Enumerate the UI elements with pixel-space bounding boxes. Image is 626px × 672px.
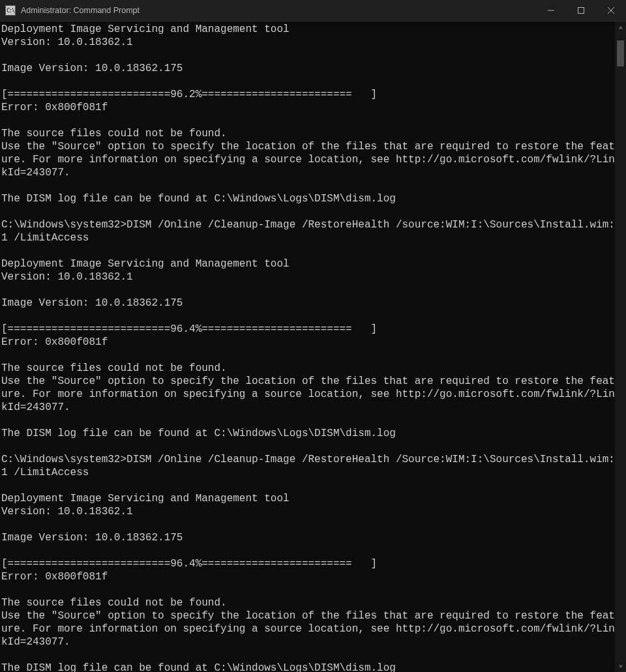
titlebar[interactable]: C:\ Administrator: Command Prompt xyxy=(0,0,626,22)
scrollbar-track[interactable] xyxy=(615,33,626,661)
scroll-down-button[interactable] xyxy=(615,661,626,672)
minimize-button[interactable] xyxy=(536,0,566,21)
minimize-icon xyxy=(548,7,554,14)
terminal-output[interactable]: Deployment Image Servicing and Managemen… xyxy=(0,22,615,672)
close-icon xyxy=(608,7,614,14)
close-button[interactable] xyxy=(596,0,626,21)
client-area: Deployment Image Servicing and Managemen… xyxy=(0,22,626,672)
svg-marker-4 xyxy=(618,25,622,29)
vertical-scrollbar[interactable] xyxy=(615,22,626,672)
svg-marker-5 xyxy=(618,665,622,668)
scroll-up-button[interactable] xyxy=(615,22,626,33)
maximize-button[interactable] xyxy=(566,0,596,21)
svg-rect-1 xyxy=(578,8,584,14)
command-prompt-window: C:\ Administrator: Command Prompt Deploy… xyxy=(0,0,626,672)
chevron-up-icon xyxy=(618,25,623,30)
cmd-icon: C:\ xyxy=(5,5,16,16)
window-title: Administrator: Command Prompt xyxy=(21,6,140,15)
chevron-down-icon xyxy=(618,664,623,669)
scrollbar-thumb[interactable] xyxy=(617,40,624,66)
maximize-icon xyxy=(578,7,584,14)
